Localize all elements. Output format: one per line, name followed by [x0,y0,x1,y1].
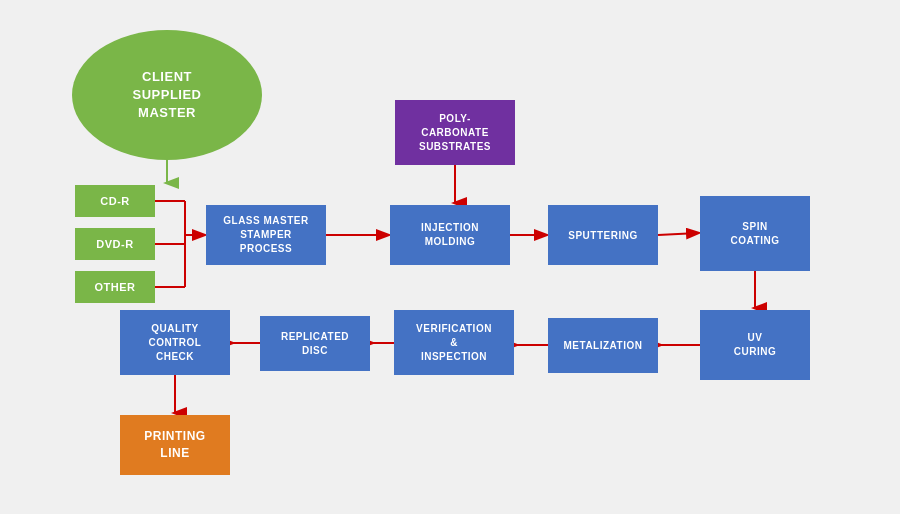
dvd-r-node: DVD-R [75,228,155,260]
printing-line-node: PRINTING LINE [120,415,230,475]
dvd-r-label: DVD-R [96,238,133,250]
quality-control-label: QUALITY CONTROL CHECK [149,322,202,364]
spin-coating-label: SPIN COATING [731,220,780,248]
glass-master-label: GLASS MASTER STAMPER PROCESS [223,214,308,256]
metalization-label: METALIZATION [564,340,643,351]
glass-master-node: GLASS MASTER STAMPER PROCESS [206,205,326,265]
sputtering-label: SPUTTERING [568,230,637,241]
polycarbonate-node: POLY- CARBONATE SUBSTRATES [395,100,515,165]
cd-r-node: CD-R [75,185,155,217]
quality-control-node: QUALITY CONTROL CHECK [120,310,230,375]
flowchart-diagram: CLIENT SUPPLIED MASTER CD-R DVD-R OTHER … [0,0,900,514]
verification-label: VERIFICATION & INSPECTION [416,322,492,364]
uv-curing-label: UV CURING [734,331,776,359]
polycarbonate-label: POLY- CARBONATE SUBSTRATES [419,112,491,154]
printing-line-label: PRINTING LINE [144,428,205,462]
replicated-disc-node: REPLICATED DISC [260,316,370,371]
metalization-node: METALIZATION [548,318,658,373]
cd-r-label: CD-R [100,195,130,207]
client-master-node: CLIENT SUPPLIED MASTER [72,30,262,160]
injection-molding-node: INJECTION MOLDING [390,205,510,265]
client-master-label: CLIENT SUPPLIED MASTER [132,68,201,123]
spin-coating-node: SPIN COATING [700,196,810,271]
other-label: OTHER [95,281,136,293]
sputtering-node: SPUTTERING [548,205,658,265]
svg-line-9 [658,233,698,235]
injection-molding-label: INJECTION MOLDING [421,221,479,249]
verification-node: VERIFICATION & INSPECTION [394,310,514,375]
uv-curing-node: UV CURING [700,310,810,380]
replicated-disc-label: REPLICATED DISC [281,330,349,358]
other-node: OTHER [75,271,155,303]
